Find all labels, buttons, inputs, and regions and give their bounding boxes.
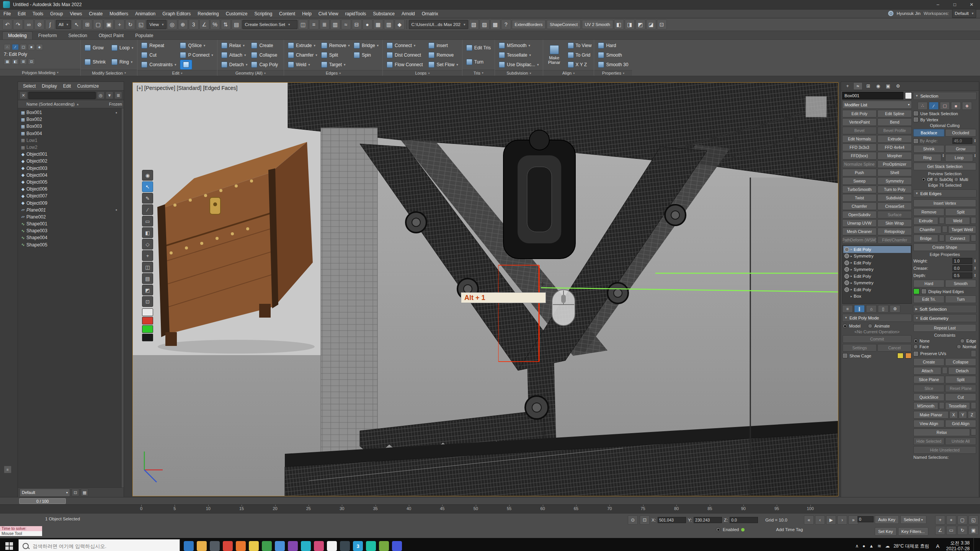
viewport-tool-icon[interactable]: ▤ xyxy=(142,273,153,284)
ring-spinner[interactable]: ▲▼ xyxy=(942,154,944,161)
filter-icon[interactable]: ▼ xyxy=(106,91,113,99)
toolbar-icon[interactable]: ◫ xyxy=(298,20,308,29)
ribbon-tab[interactable]: Selection xyxy=(62,31,93,39)
expand-arrow-icon[interactable]: ▸ xyxy=(851,268,852,271)
stack-tool-icon[interactable]: ≡ xyxy=(842,305,853,313)
menu-item[interactable]: Content xyxy=(276,11,299,16)
time-slider-track[interactable]: 0 / 100 xyxy=(0,497,980,504)
grid-view-icon[interactable]: ▦ xyxy=(81,489,88,496)
scene-object-row[interactable]: Object009 xyxy=(18,199,124,206)
tray-icon[interactable]: ▲ xyxy=(869,543,874,549)
tray-icon[interactable]: ≋ xyxy=(877,543,881,549)
soft-selection-rollout-header[interactable]: ▶Soft Selection xyxy=(913,305,977,313)
ribbon-button[interactable]: P Connect▾ xyxy=(180,52,213,58)
display-hard-edges-checkbox[interactable] xyxy=(921,289,926,294)
taskbar-app-icon[interactable] xyxy=(327,541,337,551)
menu-item[interactable]: rapidTools xyxy=(342,11,370,16)
occluded-button[interactable]: Occluded xyxy=(945,129,976,137)
playback-icon[interactable]: « xyxy=(804,515,814,525)
reset-plane-button[interactable]: Reset Plane xyxy=(945,385,976,392)
viewport-tool-icon[interactable]: ◫ xyxy=(142,262,153,272)
ribbon-group-label[interactable]: Subdivision xyxy=(495,70,543,76)
edit-poly-mode-rollout-header[interactable]: ▼Edit Poly Mode xyxy=(842,314,912,322)
ribbon-tab[interactable]: Object Paint xyxy=(93,31,129,39)
viewport-nav-icon[interactable]: ▢ xyxy=(957,515,967,525)
add-time-tag[interactable]: Add Time Tag xyxy=(776,527,803,532)
ribbon-button[interactable]: insert xyxy=(428,42,458,49)
ribbon-button[interactable]: To View xyxy=(568,42,592,49)
viewport-nav-icon[interactable]: ▭ xyxy=(946,526,956,535)
modifier-button[interactable]: Sweep xyxy=(842,177,877,185)
constraint-normal-radio[interactable] xyxy=(957,344,961,349)
constraint-none-radio[interactable] xyxy=(913,339,918,343)
modifier-button[interactable]: Surface xyxy=(877,211,912,218)
toolbar-icon[interactable]: ▢ xyxy=(93,20,103,29)
set-key-button[interactable]: Set Key xyxy=(875,527,897,536)
scene-object-row[interactable]: Shape003 xyxy=(18,227,124,234)
color-swatch[interactable] xyxy=(142,334,153,341)
modifier-button[interactable]: FFD(box) xyxy=(842,152,877,160)
taskbar-app-icon[interactable] xyxy=(236,541,246,551)
ribbon-button[interactable]: QSlice▾ xyxy=(180,42,213,49)
ribbon-button[interactable]: Set Flow▾ xyxy=(428,62,458,68)
modifier-stack-row[interactable]: ▸ Box xyxy=(843,293,911,300)
taskbar-app-icon[interactable] xyxy=(197,541,207,551)
ribbon-button[interactable]: Split xyxy=(321,52,350,58)
modifier-button[interactable]: Unwrap UVW xyxy=(842,219,877,227)
menu-item[interactable]: Rendering xyxy=(194,11,222,16)
modifier-button[interactable]: Edit Poly xyxy=(842,110,877,117)
scene-object-row[interactable]: Box004 xyxy=(18,130,124,137)
taskbar-app-icon[interactable] xyxy=(262,541,272,551)
modifier-button[interactable]: FFD 4x4x4 xyxy=(877,143,912,151)
modifier-button[interactable]: Shell xyxy=(877,169,912,176)
selection-filter-dropdown[interactable]: All▾ xyxy=(56,20,71,29)
toolbar-icon[interactable]: ▦ xyxy=(373,20,383,29)
expand-arrow-icon[interactable]: ▸ xyxy=(851,281,852,285)
frozen-column-header[interactable]: Frozen xyxy=(109,102,122,106)
edge-subobject-icon[interactable]: ∕ xyxy=(929,102,939,110)
toolbar-icon[interactable]: ↶ xyxy=(2,20,12,29)
color-swatch[interactable] xyxy=(142,325,153,333)
menu-item[interactable]: Views xyxy=(66,11,85,16)
preserve-uvs-checkbox[interactable] xyxy=(913,351,918,356)
workspaces-dropdown[interactable]: Default▾ xyxy=(952,9,976,18)
toolbar-icon[interactable]: ∫ xyxy=(45,20,55,29)
taskbar-app-icon[interactable] xyxy=(184,541,194,551)
toolbar-icon[interactable]: ◧ xyxy=(614,20,624,29)
menu-item[interactable]: Civil View xyxy=(315,11,342,16)
settings-button[interactable]: Settings xyxy=(843,344,877,352)
scene-object-row[interactable]: Object004 xyxy=(18,172,124,179)
preview-off-radio[interactable] xyxy=(921,177,926,182)
make-planar-button[interactable]: Make Planar xyxy=(913,411,949,419)
playback-icon[interactable]: » xyxy=(848,515,858,525)
ribbon-button[interactable]: Repeat xyxy=(141,42,176,49)
model-radio[interactable] xyxy=(843,324,847,328)
menu-item[interactable]: Substance xyxy=(369,11,398,16)
ribbon-button[interactable]: Collapse xyxy=(251,52,280,58)
named-selection-set-field[interactable]: Create Selection Set▾ xyxy=(242,20,297,29)
ribbon-group-label[interactable]: Edit xyxy=(137,70,217,76)
isolate-selection-icon[interactable]: ⊙ xyxy=(628,515,638,525)
visibility-eye-icon[interactable] xyxy=(844,261,849,265)
time-slider-handle[interactable]: 0 / 100 xyxy=(19,498,66,504)
menu-item[interactable]: Tools xyxy=(29,11,47,16)
loop-spinner[interactable]: ▲▼ xyxy=(974,154,976,161)
toolbar-icon[interactable]: + xyxy=(114,20,124,29)
target-weld-button[interactable]: Target Weld xyxy=(948,226,976,233)
ribbon-button[interactable]: Flow Connect xyxy=(387,62,425,68)
ribbon-group-label[interactable]: Polygon Modeling xyxy=(0,69,80,76)
expand-arrow-icon[interactable]: ▸ xyxy=(851,295,852,298)
modifier-button[interactable]: Retopology xyxy=(877,228,912,235)
toolbar-icon[interactable]: ⊞ xyxy=(82,20,92,29)
taskbar-app-icon[interactable] xyxy=(340,541,350,551)
modifier-button[interactable]: Bend xyxy=(877,118,912,126)
planar-z-button[interactable]: Z xyxy=(968,411,976,419)
expand-arrow-icon[interactable]: ▸ xyxy=(851,261,852,264)
maximize-button[interactable]: □ xyxy=(946,0,963,9)
settings-icon[interactable]: ≣ xyxy=(114,91,122,99)
key-mode-dropdown[interactable]: Selected ▾ xyxy=(900,515,926,524)
modifier-button[interactable]: Twist xyxy=(842,194,877,202)
toolbar-icon[interactable]: ◪ xyxy=(646,20,656,29)
toolbar-icon[interactable]: ◨ xyxy=(625,20,635,29)
explorer-menu-item[interactable]: Select xyxy=(20,83,38,89)
